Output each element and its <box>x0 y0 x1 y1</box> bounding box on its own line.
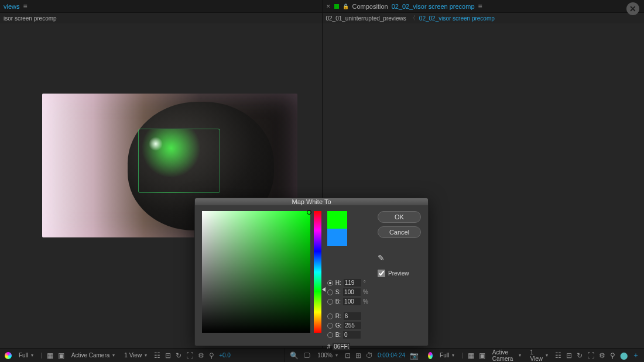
sv-cursor[interactable] <box>307 210 311 215</box>
panel-menu-icon[interactable]: ≡ <box>23 2 28 11</box>
channel-icon[interactable]: ⊟ <box>165 351 171 360</box>
r-radio[interactable] <box>327 313 333 319</box>
pixel-aspect-icon[interactable]: ⛶ <box>587 351 594 360</box>
g-radio[interactable] <box>327 323 333 329</box>
s-radio[interactable] <box>327 289 333 295</box>
breadcrumb-sep-icon: 〈 <box>410 14 416 22</box>
g-field[interactable]: G: <box>327 322 368 329</box>
transparency-grid-icon[interactable]: ▦ <box>468 351 474 360</box>
breadcrumb-bar: 02_01_uninterrupted_previews 〈 02_02_vis… <box>323 13 645 23</box>
preview-label: Preview <box>388 270 409 277</box>
s-field[interactable]: S:% <box>327 288 368 296</box>
color-picker-dialog: Map White To H:° S:% B:% R: G: B: # <box>194 198 429 346</box>
color-fields: H:° S:% B:% R: G: B: # <box>327 279 368 350</box>
g-input[interactable] <box>344 322 361 329</box>
hex-input[interactable] <box>333 343 350 350</box>
preview-checkbox[interactable]: Preview <box>378 270 409 277</box>
r-input[interactable] <box>344 312 361 320</box>
left-tab[interactable]: views <box>4 3 20 10</box>
reset-exposure-icon[interactable]: ↻ <box>176 351 181 360</box>
resolution-dropdown[interactable]: Full <box>16 351 36 359</box>
breadcrumb-child[interactable]: 02_02_visor screen precomp <box>419 15 495 22</box>
bl-input[interactable] <box>343 331 361 339</box>
comp-prefix: Composition <box>352 3 388 10</box>
add-icon[interactable]: ＋ <box>632 350 639 360</box>
b-field[interactable]: B:% <box>327 298 368 305</box>
pixel-aspect-icon[interactable]: ⛶ <box>186 351 193 360</box>
camera-dropdown[interactable]: Active Camera <box>69 351 118 359</box>
new-color-swatch[interactable] <box>327 211 347 229</box>
mask-icon[interactable]: ▣ <box>58 351 64 360</box>
guides-icon[interactable]: ☷ <box>154 351 160 360</box>
camera-dropdown[interactable]: Active Camera <box>490 349 523 363</box>
bl-radio[interactable] <box>327 332 333 338</box>
guides-icon[interactable]: ☷ <box>555 351 561 360</box>
swatch-pair <box>327 211 368 246</box>
eyedropper-icon[interactable]: ✎ <box>378 253 385 263</box>
b-radio[interactable] <box>327 299 333 305</box>
hue-indicator[interactable] <box>322 287 326 292</box>
saturation-value-box[interactable] <box>202 211 310 333</box>
hue-slider[interactable] <box>314 211 321 333</box>
b-input[interactable] <box>343 298 361 305</box>
resolution-dropdown[interactable]: Full <box>437 351 457 359</box>
h-input[interactable] <box>344 279 361 287</box>
reset-exposure-icon[interactable]: ↻ <box>577 351 583 360</box>
ok-button[interactable]: OK <box>378 211 421 223</box>
views-dropdown[interactable]: 1 View <box>122 351 149 359</box>
panel-menu-icon[interactable]: ≡ <box>478 2 482 11</box>
hex-field[interactable]: # <box>327 343 368 350</box>
comp-type-icon <box>334 4 339 9</box>
left-tabbar: views ≡ <box>0 0 322 13</box>
dialog-title: Map White To <box>195 198 428 205</box>
lens-flare <box>149 137 163 151</box>
mask-icon[interactable]: ▣ <box>479 351 485 360</box>
adjust-icon[interactable]: ⚙ <box>599 351 605 360</box>
s-input[interactable] <box>343 288 361 296</box>
old-color-swatch[interactable] <box>327 229 347 246</box>
share-icon[interactable]: ⚲ <box>610 351 615 360</box>
lock-icon[interactable]: 🔒 <box>342 4 349 9</box>
preview-check-input[interactable] <box>378 270 385 277</box>
h-field[interactable]: H:° <box>327 279 368 287</box>
fast-preview-icon[interactable]: ⬤ <box>620 351 628 360</box>
views-dropdown[interactable]: 1 View <box>528 349 551 363</box>
cancel-button[interactable]: Cancel <box>378 226 421 238</box>
comp-name-tab[interactable]: 02_02_visor screen precomp <box>392 3 475 10</box>
channel-icon[interactable]: ⊟ <box>566 351 572 360</box>
tab-close-icon[interactable]: ✕ <box>326 4 331 9</box>
panel-close-button[interactable]: ✕ <box>626 2 639 15</box>
color-mgmt-icon[interactable] <box>5 352 12 359</box>
left-subtitle-bar: isor screen precomp <box>0 13 322 23</box>
h-radio[interactable] <box>327 280 333 286</box>
bl-field[interactable]: B: <box>327 331 368 339</box>
right-tabbar: ✕ 🔒 Composition 02_02_visor screen preco… <box>323 0 645 13</box>
left-subtitle: isor screen precomp <box>4 15 57 22</box>
color-mgmt-icon[interactable] <box>428 352 433 359</box>
breadcrumb-parent[interactable]: 02_01_uninterrupted_previews <box>326 15 406 22</box>
transparency-grid-icon[interactable]: ▦ <box>47 351 53 360</box>
r-field[interactable]: R: <box>327 312 368 320</box>
